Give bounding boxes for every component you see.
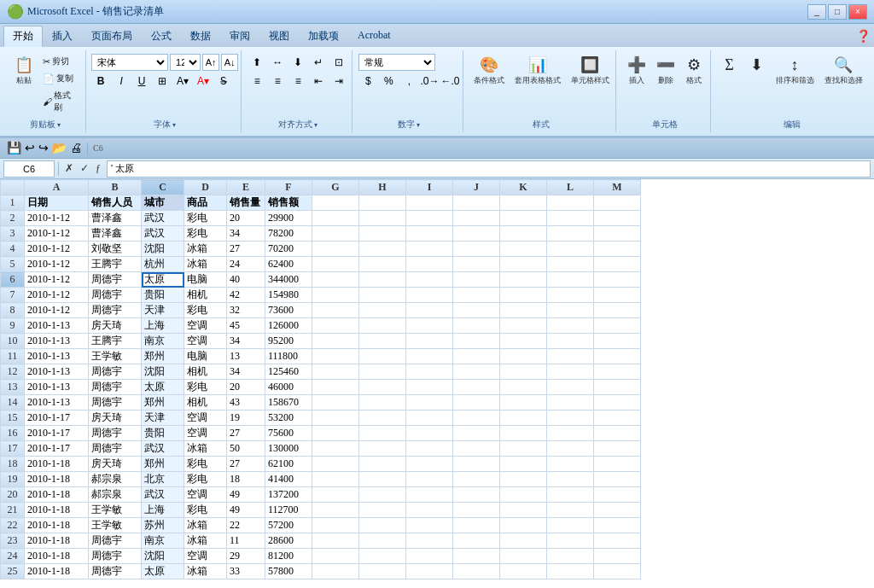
cell-D5[interactable]: 冰箱: [184, 257, 227, 272]
cell-A22[interactable]: 2010-1-18: [25, 518, 89, 533]
cell-F21[interactable]: 112700: [265, 503, 312, 518]
cell-E19[interactable]: 18: [227, 472, 265, 487]
cell-G14[interactable]: [312, 395, 359, 410]
font-family-select[interactable]: 宋体: [91, 54, 168, 71]
cell-H25[interactable]: [359, 564, 406, 579]
cell-E21[interactable]: 49: [227, 503, 265, 518]
cell-B25[interactable]: 周德宇: [89, 564, 142, 579]
cell-H16[interactable]: [359, 426, 406, 441]
cell-E8[interactable]: 32: [227, 303, 265, 318]
cell-style-button[interactable]: 🔲 单元格样式: [567, 54, 614, 89]
cell-B17[interactable]: 周德宇: [89, 441, 142, 457]
cell-C12[interactable]: 沈阳: [142, 364, 184, 380]
cell-F13[interactable]: 46000: [265, 380, 312, 395]
insert-cells-button[interactable]: ➕ 插入: [623, 54, 650, 89]
cell-F1[interactable]: 销售额: [265, 195, 312, 211]
cell-L2[interactable]: [547, 211, 594, 226]
row-header-18[interactable]: 18: [1, 457, 25, 472]
cell-L11[interactable]: [547, 349, 594, 364]
cell-C13[interactable]: 太原: [142, 380, 184, 395]
cell-G1[interactable]: [312, 195, 359, 211]
cell-M22[interactable]: [594, 518, 641, 533]
font-expand-icon[interactable]: ▾: [172, 121, 176, 129]
cell-F12[interactable]: 125460: [265, 364, 312, 380]
cell-C1[interactable]: 城市: [142, 195, 184, 211]
cell-B3[interactable]: 曹泽鑫: [89, 226, 142, 242]
cell-C4[interactable]: 沈阳: [142, 242, 184, 257]
cell-L17[interactable]: [547, 441, 594, 457]
cancel-formula-icon[interactable]: ✗: [62, 161, 76, 176]
bold-button[interactable]: B: [91, 73, 110, 90]
cell-D2[interactable]: 彩电: [184, 211, 227, 226]
strikethrough-button[interactable]: S̶: [214, 73, 233, 90]
align-bottom-button[interactable]: ⬇: [288, 54, 307, 71]
cell-L8[interactable]: [547, 303, 594, 318]
clipboard-expand-icon[interactable]: ▾: [57, 121, 61, 129]
cell-F17[interactable]: 130000: [265, 441, 312, 457]
cell-B22[interactable]: 王学敏: [89, 518, 142, 533]
cell-D9[interactable]: 空调: [184, 318, 227, 334]
cell-C19[interactable]: 北京: [142, 472, 184, 487]
col-header-E[interactable]: E: [227, 180, 265, 195]
cell-L14[interactable]: [547, 395, 594, 410]
cell-M18[interactable]: [594, 457, 641, 472]
cell-M11[interactable]: [594, 349, 641, 364]
tab-view[interactable]: 视图: [259, 26, 299, 47]
cell-K19[interactable]: [500, 472, 547, 487]
row-header-25[interactable]: 25: [1, 564, 25, 579]
cell-H21[interactable]: [359, 503, 406, 518]
cell-K9[interactable]: [500, 318, 547, 334]
cell-D10[interactable]: 空调: [184, 334, 227, 349]
cell-C9[interactable]: 上海: [142, 318, 184, 334]
cell-C15[interactable]: 天津: [142, 410, 184, 426]
font-color-button[interactable]: A▾: [194, 73, 213, 90]
cell-A9[interactable]: 2010-1-13: [25, 318, 89, 334]
redo-icon[interactable]: ↪: [38, 141, 49, 155]
cell-I7[interactable]: [406, 288, 453, 303]
cell-D6[interactable]: 电脑: [184, 272, 227, 288]
cell-I25[interactable]: [406, 564, 453, 579]
cell-B10[interactable]: 王腾宇: [89, 334, 142, 349]
cell-A2[interactable]: 2010-1-12: [25, 211, 89, 226]
align-top-button[interactable]: ⬆: [248, 54, 266, 71]
cell-D11[interactable]: 电脑: [184, 349, 227, 364]
cell-M8[interactable]: [594, 303, 641, 318]
cell-D17[interactable]: 冰箱: [184, 441, 227, 457]
cell-A3[interactable]: 2010-1-12: [25, 226, 89, 242]
cell-D4[interactable]: 冰箱: [184, 242, 227, 257]
tab-home[interactable]: 开始: [3, 26, 43, 47]
cell-G7[interactable]: [312, 288, 359, 303]
cell-G16[interactable]: [312, 426, 359, 441]
cell-G25[interactable]: [312, 564, 359, 579]
cell-H15[interactable]: [359, 410, 406, 426]
minimize-button[interactable]: _: [807, 4, 826, 20]
cell-I15[interactable]: [406, 410, 453, 426]
cell-F7[interactable]: 154980: [265, 288, 312, 303]
find-select-button[interactable]: 🔍 查找和选择: [820, 54, 867, 89]
cell-M9[interactable]: [594, 318, 641, 334]
row-header-2[interactable]: 2: [1, 211, 25, 226]
cell-J20[interactable]: [453, 487, 500, 503]
cell-K24[interactable]: [500, 549, 547, 564]
cell-J14[interactable]: [453, 395, 500, 410]
cell-K13[interactable]: [500, 380, 547, 395]
percent-button[interactable]: %: [379, 73, 398, 90]
cell-F16[interactable]: 75600: [265, 426, 312, 441]
cell-K17[interactable]: [500, 441, 547, 457]
row-header-9[interactable]: 9: [1, 318, 25, 334]
cell-G3[interactable]: [312, 226, 359, 242]
align-left-button[interactable]: ≡: [248, 73, 266, 90]
decrease-decimal-button[interactable]: ←.0: [440, 73, 459, 90]
cell-K14[interactable]: [500, 395, 547, 410]
cell-M6[interactable]: [594, 272, 641, 288]
cell-A25[interactable]: 2010-1-18: [25, 564, 89, 579]
sheet-area[interactable]: A B C D E F G H I J K L M 1: [0, 179, 874, 588]
cell-L16[interactable]: [547, 426, 594, 441]
col-header-K[interactable]: K: [500, 180, 547, 195]
cell-E10[interactable]: 34: [227, 334, 265, 349]
tab-review[interactable]: 审阅: [220, 26, 259, 47]
cell-H13[interactable]: [359, 380, 406, 395]
cell-K11[interactable]: [500, 349, 547, 364]
cell-F14[interactable]: 158670: [265, 395, 312, 410]
cell-C18[interactable]: 郑州: [142, 457, 184, 472]
